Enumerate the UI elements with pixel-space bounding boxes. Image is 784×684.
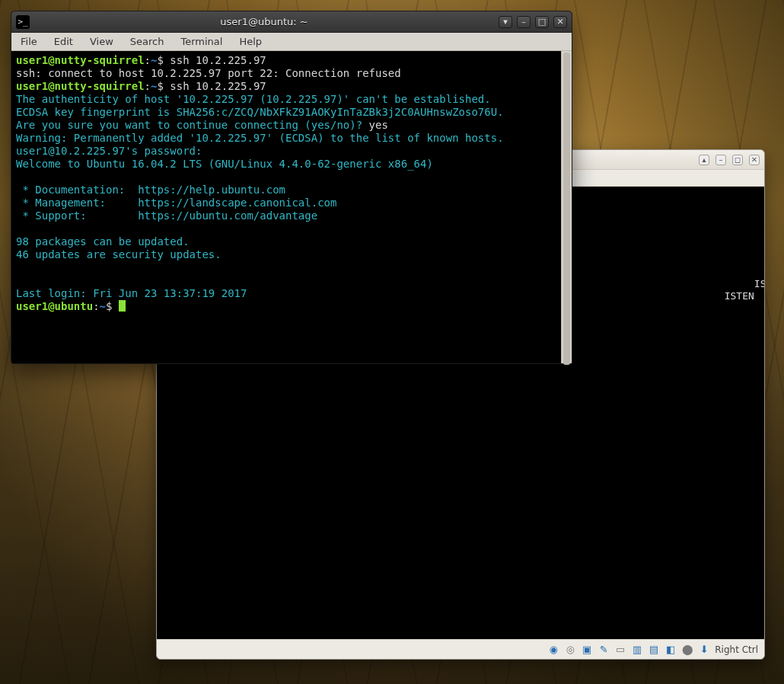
terminal-text[interactable]: user1@nutty-squirrel:~$ ssh 10.2.225.97 … — [11, 51, 561, 363]
video-capture-icon[interactable]: ◧ — [664, 644, 677, 656]
output-line: 46 updates are security updates. — [16, 248, 221, 260]
vbox-statusbar: ◉ ◎ ▣ ✎ ▭ ▥ ▤ ◧ ⬤ ⬇ Right Ctrl — [157, 639, 764, 659]
terminal-menu-search[interactable]: Search — [130, 36, 164, 47]
terminal-menu: File Edit View Search Terminal Help — [11, 33, 572, 51]
terminal-pin-button[interactable]: ▾ — [499, 16, 512, 28]
prompt-user: user1@ubuntu — [16, 300, 93, 312]
cursor-icon — [119, 300, 126, 312]
terminal-body: user1@nutty-squirrel:~$ ssh 10.2.225.97 … — [11, 51, 572, 363]
features-icon[interactable]: ⬤ — [681, 644, 693, 656]
shared-folders-icon[interactable]: ▥ — [631, 644, 643, 656]
output-line: Warning: Permanently added '10.2.225.97'… — [16, 132, 504, 144]
vbox-maximize-button[interactable]: ◻ — [732, 155, 743, 165]
output-line: user1@10.2.225.97's password: — [16, 145, 202, 157]
terminal-menu-help[interactable]: Help — [239, 36, 262, 47]
mouse-integration-icon[interactable]: ⬇ — [698, 644, 710, 656]
terminal-menu-view[interactable]: View — [90, 36, 113, 47]
vbox-pin-button[interactable]: ▴ — [699, 155, 709, 165]
output-line: ssh: connect to host 10.2.225.97 port 22… — [16, 67, 401, 79]
terminal-menu-file[interactable]: File — [21, 36, 37, 47]
output-line: Welcome to Ubuntu 16.04.2 LTS (GNU/Linux… — [16, 158, 433, 170]
host-key-label: Right Ctrl — [715, 644, 758, 655]
output-line: * Support: https://ubuntu.com/advantage — [16, 209, 317, 222]
terminal-menu-terminal[interactable]: Terminal — [180, 36, 222, 47]
output-line: Last login: Fri Jun 23 13:37:19 2017 — [16, 287, 247, 299]
vbox-close-button[interactable]: ✕ — [749, 155, 760, 165]
prompt-user: user1@nutty-squirrel — [16, 54, 145, 66]
terminal-titlebar[interactable]: >_ user1@ubuntu: ~ ▾ – □ ✕ — [11, 11, 572, 33]
output-line: * Documentation: https://help.ubuntu.com — [16, 184, 285, 196]
output-line: Are you sure you want to continue connec… — [16, 119, 369, 131]
audio-icon[interactable]: ▣ — [581, 644, 593, 656]
output-line: The authenticity of host '10.2.225.97 (1… — [16, 93, 491, 105]
output-line: * Management: https://landscape.canonica… — [16, 197, 336, 209]
network-icon[interactable]: ✎ — [598, 644, 610, 656]
terminal-close-button[interactable]: ✕ — [553, 16, 567, 28]
user-input: yes — [369, 119, 388, 131]
hard-disk-icon[interactable]: ◉ — [547, 644, 559, 656]
output-line: 98 packages can be updated. — [16, 235, 190, 248]
optical-disk-icon[interactable]: ◎ — [564, 644, 576, 656]
scrollbar-thumb[interactable] — [563, 53, 570, 365]
terminal-scrollbar[interactable] — [561, 51, 572, 363]
output-line: ECDSA key fingerprint is SHA256:c/ZCQ/Nb… — [16, 106, 504, 118]
terminal-window: >_ user1@ubuntu: ~ ▾ – □ ✕ File Edit Vie… — [11, 11, 572, 364]
display-icon[interactable]: ▤ — [648, 644, 660, 656]
command: ssh 10.2.225.97 — [170, 80, 266, 92]
terminal-maximize-button[interactable]: □ — [535, 16, 549, 28]
vbox-minimize-button[interactable]: – — [715, 155, 726, 165]
terminal-minimize-button[interactable]: – — [517, 16, 531, 28]
prompt-user: user1@nutty-squirrel — [16, 80, 145, 92]
command: ssh 10.2.225.97 — [170, 54, 266, 66]
prompt-path: ~ — [100, 300, 106, 312]
usb-icon[interactable]: ▭ — [614, 644, 626, 656]
terminal-title: user1@ubuntu: ~ — [34, 16, 494, 27]
terminal-app-icon: >_ — [16, 15, 30, 29]
terminal-menu-edit[interactable]: Edit — [54, 36, 73, 47]
